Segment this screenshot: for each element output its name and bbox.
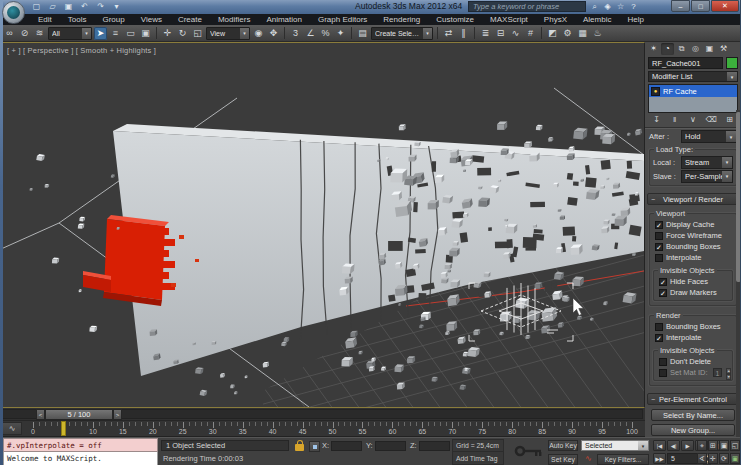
checkbox-box-icon[interactable]: ✓ bbox=[655, 221, 663, 229]
chevron-down-icon[interactable]: ▾ bbox=[727, 72, 737, 81]
object-name-field[interactable]: RF_Cache001 bbox=[648, 57, 723, 69]
modifier-stack-row[interactable]: ● RF Cache bbox=[649, 85, 737, 97]
listener-macro-line[interactable]: #.vpInterpolate = off bbox=[3, 438, 158, 452]
track-bar[interactable]: ∿ 05101520253035404550556065707580859095… bbox=[0, 421, 645, 437]
redo-icon[interactable]: ↷ bbox=[94, 1, 107, 12]
spinner-down-icon[interactable]: ▾ bbox=[726, 374, 731, 380]
checkbox-set-mat-id[interactable]: Set Mat ID:1▴▾ bbox=[655, 367, 731, 378]
remove-modifier-icon[interactable]: ⌫ bbox=[705, 114, 718, 126]
orbit-icon[interactable]: ⟳ bbox=[719, 453, 729, 464]
checkbox-box-icon[interactable] bbox=[659, 369, 667, 377]
maximize-viewport-toggle-icon[interactable]: ▣ bbox=[730, 453, 740, 464]
go-to-start-button[interactable]: |◀ bbox=[653, 440, 666, 451]
tab-motion[interactable]: ◎ bbox=[689, 43, 702, 55]
checkbox-box-icon[interactable] bbox=[655, 323, 663, 331]
edit-named-selection-sets-icon[interactable]: ▤ bbox=[356, 27, 369, 40]
undo-icon[interactable]: ↶ bbox=[78, 1, 91, 12]
menu-maxscript[interactable]: MAXScript bbox=[482, 15, 536, 24]
y-coordinate-field[interactable] bbox=[375, 441, 406, 451]
select-and-rotate-icon[interactable]: ↻ bbox=[176, 27, 189, 40]
pin-stack-icon[interactable]: ↧ bbox=[650, 114, 663, 126]
tab-hierarchy[interactable]: ⧉ bbox=[675, 43, 688, 55]
local-dropdown[interactable]: Stream ▾ bbox=[681, 156, 733, 169]
angle-snap-toggle-icon[interactable]: ∠ bbox=[304, 27, 317, 40]
after-dropdown[interactable]: Hold ▾ bbox=[681, 130, 737, 143]
rendered-frame-window-icon[interactable]: ▦ bbox=[576, 27, 589, 40]
object-color-swatch[interactable] bbox=[726, 57, 738, 69]
tab-display[interactable]: ▣ bbox=[703, 43, 716, 55]
infocenter-search-input[interactable]: Type a keyword or phrase bbox=[468, 1, 586, 12]
checkbox-force-wireframe[interactable]: Force Wireframe bbox=[651, 230, 735, 241]
chevron-down-icon[interactable]: ▾ bbox=[722, 157, 732, 168]
mat-id-spinner[interactable]: ▴▾ bbox=[726, 368, 731, 378]
new-file-icon[interactable]: ▢ bbox=[30, 1, 43, 12]
checkbox-interpolate[interactable]: ✓Interpolate bbox=[651, 332, 735, 343]
max-logo-icon[interactable] bbox=[2, 1, 25, 24]
show-end-result-icon[interactable]: ‖ bbox=[668, 114, 681, 126]
z-coordinate-field[interactable] bbox=[419, 441, 450, 451]
checkbox-hide-faces[interactable]: ✓Hide Faces bbox=[655, 276, 731, 287]
new-group-button[interactable]: New Group... bbox=[651, 424, 735, 436]
maximize-button[interactable]: □ bbox=[691, 0, 710, 12]
mat-id-field[interactable]: 1 bbox=[713, 368, 723, 377]
curve-editor-icon[interactable]: ∿ bbox=[509, 27, 522, 40]
select-by-name-button[interactable]: Select By Name... bbox=[651, 409, 735, 421]
bind-to-space-warp-icon[interactable]: ≋ bbox=[33, 27, 46, 40]
auto-key-button[interactable]: Auto Key bbox=[548, 440, 578, 451]
slave-dropdown[interactable]: Per-Sample ▾ bbox=[681, 170, 733, 183]
track-ruler[interactable]: 0510152025303540455055606570758085909510… bbox=[0, 421, 645, 436]
collapse-icon[interactable]: − bbox=[651, 194, 655, 205]
checkbox-bounding-boxes[interactable]: ✓Bounding Boxes bbox=[651, 241, 735, 252]
snaps-toggle-3d-icon[interactable]: 3 bbox=[289, 27, 302, 40]
menu-animation[interactable]: Animation bbox=[258, 15, 310, 24]
chevron-down-icon[interactable]: ▾ bbox=[726, 131, 736, 142]
collapse-icon[interactable]: − bbox=[651, 394, 655, 405]
chevron-down-icon[interactable]: ▾ bbox=[638, 441, 648, 450]
zoom-extents-icon[interactable]: ▣ bbox=[719, 440, 729, 451]
keying-selection-set-dropdown[interactable]: Selected ▾ bbox=[581, 440, 649, 451]
checkbox-box-icon[interactable]: ✓ bbox=[655, 334, 663, 342]
close-button[interactable]: ✕ bbox=[711, 0, 739, 12]
key-filters-button[interactable]: Key Filters... bbox=[597, 454, 649, 465]
project-folder-icon[interactable]: ▾ bbox=[110, 1, 123, 12]
tab-create[interactable]: ✶ bbox=[647, 43, 660, 55]
checkbox-box-icon[interactable]: ✓ bbox=[655, 243, 663, 251]
communication-center-icon[interactable]: ◈ bbox=[602, 2, 613, 12]
keyboard-shortcut-override-icon[interactable] bbox=[514, 444, 544, 458]
checkbox-box-icon[interactable] bbox=[655, 232, 663, 240]
selection-lock-icon[interactable] bbox=[295, 444, 304, 451]
tab-utilities[interactable]: ⚒ bbox=[717, 43, 730, 55]
rollout-per-element-control[interactable]: − Per-Element Control bbox=[647, 393, 739, 405]
set-key-button[interactable]: Set Key bbox=[548, 454, 578, 465]
zoom-all-icon[interactable]: ⊞ bbox=[708, 440, 718, 451]
current-frame-marker[interactable] bbox=[61, 421, 66, 436]
unlink-selection-icon[interactable]: ⊘ bbox=[18, 27, 31, 40]
favorites-icon[interactable]: ☆ bbox=[615, 2, 626, 12]
material-editor-icon[interactable]: ◩ bbox=[546, 27, 559, 40]
modifier-onoff-bulb-icon[interactable]: ● bbox=[651, 87, 660, 96]
menu-modifiers[interactable]: Modifiers bbox=[210, 15, 258, 24]
previous-frame-button[interactable]: ◀| bbox=[667, 440, 680, 451]
modifier-list-dropdown[interactable]: Modifier List ▾ bbox=[648, 71, 738, 82]
minimize-button[interactable]: – bbox=[671, 0, 690, 12]
menu-rendering[interactable]: Rendering bbox=[375, 15, 428, 24]
reference-coordinate-system-dropdown[interactable]: View▾ bbox=[206, 27, 250, 40]
make-unique-icon[interactable]: ∨ bbox=[686, 114, 699, 126]
add-time-tag[interactable]: Add Time Tag bbox=[452, 452, 504, 465]
search-icon[interactable]: ⌕ bbox=[589, 2, 600, 12]
menu-views[interactable]: Views bbox=[133, 15, 170, 24]
current-frame-field[interactable]: 5 bbox=[667, 453, 701, 464]
menu-tools[interactable]: Tools bbox=[60, 15, 95, 24]
help-icon[interactable]: ? bbox=[628, 2, 639, 12]
checkbox-display-cache[interactable]: ✓Display Cache bbox=[651, 219, 735, 230]
schematic-view-icon[interactable]: # bbox=[524, 27, 537, 40]
spinner-snap-toggle-icon[interactable]: ✦ bbox=[334, 27, 347, 40]
named-selection-set-dropdown[interactable]: Create Selection Se▾ bbox=[371, 27, 433, 40]
percent-snap-toggle-icon[interactable]: % bbox=[319, 27, 332, 40]
tab-modify[interactable]: ◔ bbox=[661, 43, 674, 55]
zoom-icon[interactable]: ⌖ bbox=[697, 440, 707, 451]
checkbox-bounding-boxes[interactable]: Bounding Boxes bbox=[651, 321, 735, 332]
rollout-viewport-render[interactable]: − Viewport / Render bbox=[647, 193, 739, 205]
mirror-icon[interactable]: ⇄ bbox=[442, 27, 455, 40]
configure-modifier-sets-icon[interactable]: ⊞ bbox=[723, 114, 736, 126]
